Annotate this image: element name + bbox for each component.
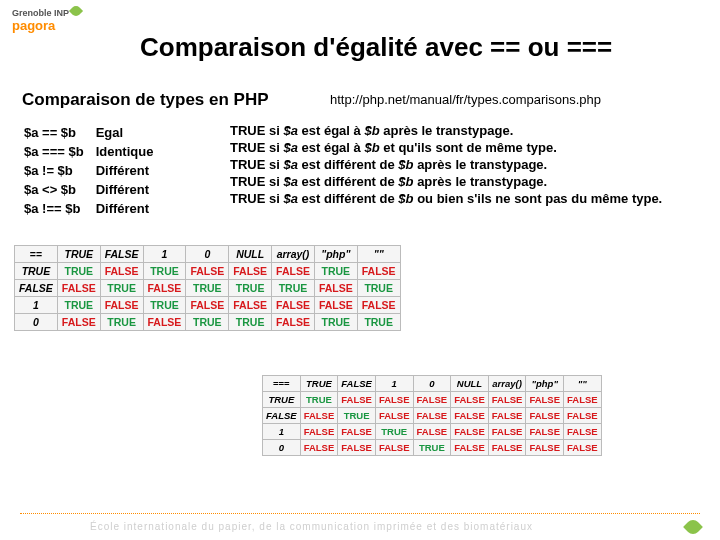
table-corner: === xyxy=(263,376,301,392)
cell: FALSE xyxy=(272,297,315,314)
op-name: Différent xyxy=(96,200,164,217)
col-header: FALSE xyxy=(338,376,376,392)
op-name: Egal xyxy=(96,124,164,141)
table-loose-equality: ==TRUEFALSE10NULLarray()"php"""TRUETRUEF… xyxy=(14,245,401,331)
col-header: NULL xyxy=(229,246,272,263)
cell: FALSE xyxy=(100,263,143,280)
footer-divider xyxy=(20,513,700,514)
cell: FALSE xyxy=(229,297,272,314)
cell: FALSE xyxy=(272,314,315,331)
col-header: TRUE xyxy=(57,246,100,263)
page-title: Comparaison d'égalité avec == ou === xyxy=(140,32,612,63)
cell: TRUE xyxy=(314,314,357,331)
op-desc: TRUE si $a est différent de $b ou bien s… xyxy=(230,190,662,207)
cell: FALSE xyxy=(526,440,564,456)
cell: FALSE xyxy=(564,392,602,408)
cell: FALSE xyxy=(300,424,338,440)
cell: FALSE xyxy=(100,297,143,314)
col-header: FALSE xyxy=(100,246,143,263)
col-header: "php" xyxy=(314,246,357,263)
cell: TRUE xyxy=(229,280,272,297)
cell: TRUE xyxy=(300,392,338,408)
cell: TRUE xyxy=(357,314,400,331)
op-desc: TRUE si $a est égal à $b après le transt… xyxy=(230,122,662,139)
leaf-icon xyxy=(683,517,703,537)
cell: FALSE xyxy=(57,314,100,331)
cell: FALSE xyxy=(488,440,526,456)
col-header: "php" xyxy=(526,376,564,392)
cell: FALSE xyxy=(451,392,489,408)
cell: FALSE xyxy=(451,408,489,424)
op-name: Identique xyxy=(96,143,164,160)
cell: FALSE xyxy=(57,280,100,297)
op-expr: $a <> $b xyxy=(24,181,94,198)
col-header: array() xyxy=(488,376,526,392)
cell: TRUE xyxy=(338,408,376,424)
cell: TRUE xyxy=(375,424,413,440)
footer-text: École internationale du papier, de la co… xyxy=(90,521,533,532)
cell: FALSE xyxy=(272,263,315,280)
cell: FALSE xyxy=(300,440,338,456)
cell: FALSE xyxy=(413,424,451,440)
cell: FALSE xyxy=(314,280,357,297)
col-header: 1 xyxy=(375,376,413,392)
operator-list: $a == $bEgal$a === $bIdentique$a != $bDi… xyxy=(22,122,165,219)
cell: TRUE xyxy=(57,297,100,314)
cell: FALSE xyxy=(314,297,357,314)
cell: TRUE xyxy=(186,314,229,331)
operator-descriptions: TRUE si $a est égal à $b après le transt… xyxy=(230,122,662,207)
op-desc: TRUE si $a est différent de $b après le … xyxy=(230,156,662,173)
op-expr: $a == $b xyxy=(24,124,94,141)
col-header: 0 xyxy=(186,246,229,263)
cell: FALSE xyxy=(564,424,602,440)
row-header: 0 xyxy=(15,314,58,331)
op-desc: TRUE si $a est différent de $b après le … xyxy=(230,173,662,190)
cell: FALSE xyxy=(451,424,489,440)
col-header: "" xyxy=(564,376,602,392)
row-header: 1 xyxy=(15,297,58,314)
cell: FALSE xyxy=(488,408,526,424)
cell: TRUE xyxy=(413,440,451,456)
cell: FALSE xyxy=(357,263,400,280)
cell: TRUE xyxy=(143,263,186,280)
logo-block: Grenoble INP pagora xyxy=(12,6,81,33)
cell: FALSE xyxy=(413,408,451,424)
reference-url: http://php.net/manual/fr/types.compariso… xyxy=(330,92,601,107)
leaf-icon xyxy=(69,4,83,18)
cell: FALSE xyxy=(338,424,376,440)
cell: TRUE xyxy=(186,280,229,297)
cell: FALSE xyxy=(375,408,413,424)
col-header: array() xyxy=(272,246,315,263)
cell: FALSE xyxy=(338,440,376,456)
cell: FALSE xyxy=(451,440,489,456)
cell: FALSE xyxy=(526,408,564,424)
cell: FALSE xyxy=(375,440,413,456)
row-header: 0 xyxy=(263,440,301,456)
op-name: Différent xyxy=(96,181,164,198)
col-header: TRUE xyxy=(300,376,338,392)
col-header: 1 xyxy=(143,246,186,263)
col-header: 0 xyxy=(413,376,451,392)
cell: TRUE xyxy=(314,263,357,280)
op-name: Différent xyxy=(96,162,164,179)
row-header: FALSE xyxy=(15,280,58,297)
op-desc: TRUE si $a est égal à $b et qu'ils sont … xyxy=(230,139,662,156)
cell: FALSE xyxy=(186,297,229,314)
table-corner: == xyxy=(15,246,58,263)
table-strict-equality: ===TRUEFALSE10NULLarray()"php"""TRUETRUE… xyxy=(262,375,602,456)
cell: FALSE xyxy=(338,392,376,408)
cell: FALSE xyxy=(564,440,602,456)
cell: FALSE xyxy=(564,408,602,424)
cell: FALSE xyxy=(357,297,400,314)
cell: FALSE xyxy=(300,408,338,424)
cell: TRUE xyxy=(272,280,315,297)
cell: FALSE xyxy=(186,263,229,280)
cell: TRUE xyxy=(229,314,272,331)
cell: FALSE xyxy=(526,392,564,408)
row-header: FALSE xyxy=(263,408,301,424)
cell: FALSE xyxy=(143,314,186,331)
cell: FALSE xyxy=(375,392,413,408)
cell: FALSE xyxy=(488,424,526,440)
cell: FALSE xyxy=(413,392,451,408)
op-expr: $a === $b xyxy=(24,143,94,160)
